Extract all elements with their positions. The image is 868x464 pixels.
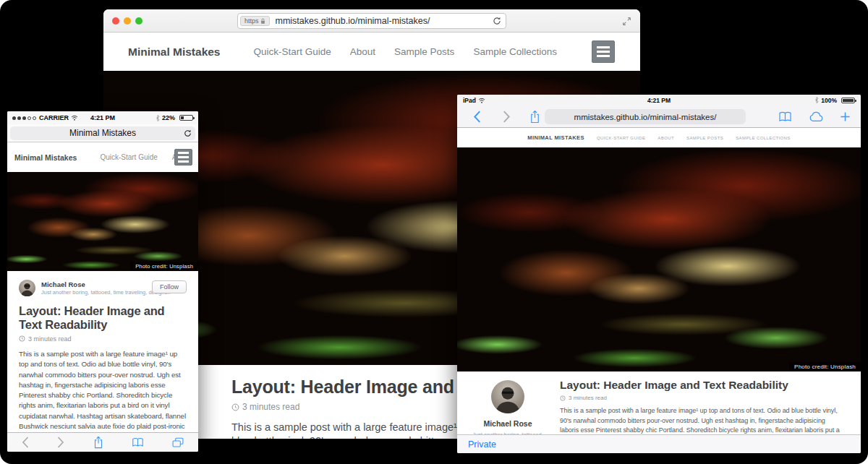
menu-hamburger-icon[interactable]	[174, 149, 192, 166]
site-title-link[interactable]: Minimal Mistakes	[128, 46, 221, 59]
nav-link-about[interactable]: About	[350, 46, 375, 57]
back-icon[interactable]	[473, 111, 481, 123]
read-time-label: 3 minutes read	[569, 395, 607, 401]
back-icon[interactable]	[22, 437, 29, 448]
desktop-browser-chrome: https mmistakes.github.io/minimal-mistak…	[103, 9, 640, 33]
reload-icon[interactable]	[493, 17, 501, 25]
nav-link-quick-start[interactable]: QUICK-START GUIDE	[597, 136, 645, 140]
reload-icon[interactable]	[184, 129, 192, 137]
iphone-url-text: Minimal Mistakes	[69, 128, 136, 138]
article-title: Layout: Header Image and Text Readabilit…	[19, 304, 187, 332]
read-time-label: 3 minutes read	[28, 335, 72, 343]
article-column: Layout: Header Image and Text Readabilit…	[560, 379, 841, 434]
address-bar[interactable]: https mmistakes.github.io/minimal-mistak…	[237, 13, 506, 29]
nav-link-sample-posts[interactable]: Sample Posts	[394, 46, 454, 57]
minimize-window-button[interactable]	[124, 17, 131, 25]
nav-link-quick-start[interactable]: Quick-Start Guide	[254, 46, 331, 57]
bookmarks-icon[interactable]	[778, 111, 792, 122]
nav-link-sample-collections[interactable]: SAMPLE COLLECTIONS	[736, 136, 791, 140]
https-label: https	[244, 17, 259, 25]
ipad-site-nav: MINIMAL MISTAKES QUICK-START GUIDE ABOUT…	[457, 128, 861, 147]
private-button[interactable]: Private	[468, 439, 496, 450]
bookmarks-icon[interactable]	[132, 437, 144, 447]
header-leaf-image: Photo credit: Unsplash	[457, 147, 861, 371]
clock-icon	[560, 395, 566, 401]
read-time: 3 minutes read	[560, 395, 841, 401]
ipad-toolbar: mmistakes.github.io/minimal-mistakes/	[457, 106, 861, 128]
site-title-link[interactable]: MINIMAL MISTAKES	[527, 134, 584, 141]
responsive-showcase: https mmistakes.github.io/minimal-mistak…	[0, 0, 868, 464]
photo-credit-badge: Photo credit: Unsplash	[130, 262, 198, 271]
iphone-bottom-toolbar	[7, 432, 198, 452]
ipad-status-bar: iPad 4:21 PM 100%	[457, 95, 861, 106]
status-time: 4:21 PM	[7, 114, 198, 121]
new-tab-icon[interactable]	[840, 111, 851, 122]
article-title: Layout: Header Image and Text Readabilit…	[560, 379, 841, 392]
battery-icon	[179, 115, 193, 121]
author-name: Michael Rose	[467, 419, 548, 428]
nav-link-sample-collections[interactable]: Sample Collections	[473, 46, 557, 57]
nav-link-quick-start[interactable]: Quick-Start Guide	[100, 153, 157, 161]
clock-icon	[231, 403, 239, 411]
read-time-label: 3 minutes read	[242, 402, 299, 412]
article-paragraph-1: This is a sample post with a large featu…	[19, 349, 187, 432]
share-icon[interactable]	[529, 110, 540, 124]
read-time: 3 minutes read	[19, 335, 187, 343]
nav-link-about[interactable]: ABOUT	[658, 136, 674, 140]
nav-link-sample-posts[interactable]: SAMPLE POSTS	[686, 136, 723, 140]
iphone-article: Michael Rose Just another boring, tattoo…	[7, 271, 198, 432]
header-leaf-image: Photo credit: Unsplash	[7, 172, 198, 271]
article-body: This is a sample post with a large featu…	[560, 406, 841, 434]
tabs-icon[interactable]	[172, 437, 184, 448]
menu-hamburger-icon[interactable]	[592, 40, 615, 63]
url-text: mmistakes.github.io/minimal-mistakes/	[276, 16, 430, 26]
author-row: Michael Rose Just another boring, tattoo…	[19, 280, 187, 296]
author-avatar	[19, 280, 35, 296]
window-controls	[112, 17, 142, 25]
desktop-site-nav: Minimal Mistakes Quick-Start Guide About…	[103, 33, 640, 71]
maximize-window-button[interactable]	[135, 17, 142, 25]
iphone-site-nav: Minimal Mistakes Quick-Start Guide About	[7, 142, 198, 172]
battery-icon	[841, 98, 855, 103]
iphone-safari: CARRIER 4:21 PM 22% Minimal Mistakes	[7, 111, 198, 452]
iphone-url-row: Minimal Mistakes	[7, 124, 198, 142]
ipad-url-text: mmistakes.github.io/minimal-mistakes/	[574, 113, 717, 121]
private-browsing-bar: Private	[457, 434, 861, 453]
clock-icon	[19, 335, 25, 342]
ipad-article: Michael Rose Just another boring, tattoo…	[457, 371, 861, 434]
share-icon[interactable]	[93, 436, 103, 449]
status-time: 4:21 PM	[457, 97, 861, 104]
fullscreen-icon[interactable]	[622, 16, 631, 29]
author-column: Michael Rose Just another boring, tattoo…	[467, 379, 548, 434]
iphone-status-bar: CARRIER 4:21 PM 22%	[7, 111, 198, 124]
https-badge: https	[240, 16, 270, 26]
ipad-address-field[interactable]: mmistakes.github.io/minimal-mistakes/	[545, 109, 746, 124]
iphone-address-field[interactable]: Minimal Mistakes	[10, 126, 195, 140]
follow-button[interactable]: Follow	[152, 280, 187, 293]
ipad-safari: iPad 4:21 PM 100%	[457, 95, 861, 453]
photo-credit-badge: Photo credit: Unsplash	[789, 362, 861, 371]
forward-icon[interactable]	[57, 437, 64, 448]
site-title-link[interactable]: Minimal Mistakes	[14, 153, 77, 162]
close-window-button[interactable]	[112, 17, 119, 25]
lock-icon	[260, 18, 265, 25]
forward-icon[interactable]	[503, 111, 511, 123]
author-avatar	[491, 380, 524, 413]
icloud-tabs-icon[interactable]	[808, 111, 824, 122]
